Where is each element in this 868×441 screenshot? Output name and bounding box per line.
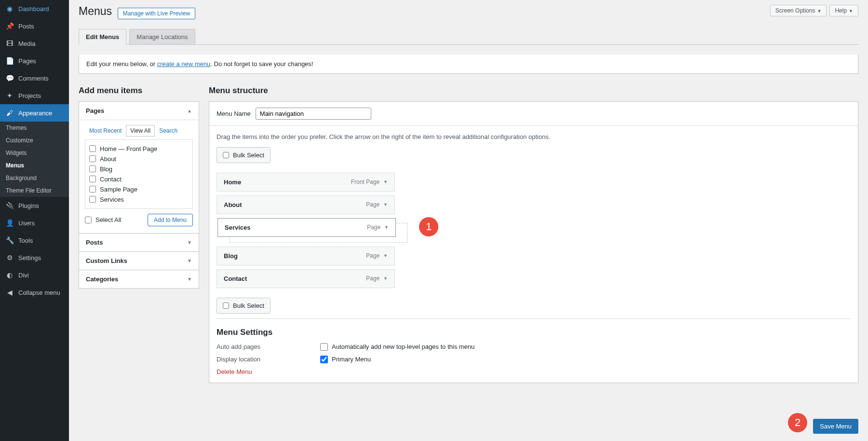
posts-accordion-head[interactable]: Posts▼ xyxy=(79,234,199,251)
sidebar-item-collapse[interactable]: ◀Collapse menu xyxy=(0,284,69,301)
users-icon: 👤 xyxy=(5,218,14,228)
menu-item-about[interactable]: About Page▼ xyxy=(217,195,395,214)
notice-post: . Do not forget to save your changes! xyxy=(210,60,313,68)
primary-menu-option[interactable]: Primary Menu xyxy=(320,356,371,363)
pages-accordion-head[interactable]: Pages ▲ xyxy=(79,102,199,120)
sidebar-sub-widgets[interactable]: Widgets xyxy=(0,147,69,159)
sidebar-item-divi[interactable]: ◐Divi xyxy=(0,266,69,284)
screen-options-button[interactable]: Screen Options▼ xyxy=(770,5,827,16)
nav-tabs: Edit Menus Manage Locations xyxy=(79,29,858,44)
menu-name-input[interactable] xyxy=(256,108,371,120)
select-all-label: Select All xyxy=(95,216,121,223)
page-check-services[interactable]: Services xyxy=(89,194,189,205)
add-items-title: Add menu items xyxy=(79,86,199,96)
live-preview-button[interactable]: Manage with Live Preview xyxy=(118,8,195,19)
sidebar-sub-background[interactable]: Background xyxy=(0,172,69,184)
pages-head-label: Pages xyxy=(86,107,104,114)
bulk-select-top[interactable]: Bulk Select xyxy=(217,147,271,163)
page-checkbox[interactable] xyxy=(89,155,96,162)
page-checkbox[interactable] xyxy=(89,186,96,193)
select-all-checkbox[interactable] xyxy=(85,217,92,223)
sidebar-item-pages[interactable]: 📄Pages xyxy=(0,52,69,69)
chevron-down-icon[interactable]: ▼ xyxy=(383,179,388,184)
page-checkbox[interactable] xyxy=(89,176,96,182)
chevron-down-icon[interactable]: ▼ xyxy=(383,202,388,207)
auto-add-checkbox[interactable] xyxy=(320,343,328,351)
auto-add-option[interactable]: Automatically add new top-level pages to… xyxy=(320,343,475,351)
sidebar-item-tools[interactable]: 🔧Tools xyxy=(0,232,69,249)
custom-links-accordion-head[interactable]: Custom Links▼ xyxy=(79,252,199,270)
menu-item-services[interactable]: Services Page▼ xyxy=(217,218,396,237)
chevron-down-icon[interactable]: ▼ xyxy=(384,225,389,230)
bulk-label: Bulk Select xyxy=(233,302,264,309)
sidebar-item-comments[interactable]: 💬Comments xyxy=(0,69,69,87)
sidebar-sub-theme-editor[interactable]: Theme File Editor xyxy=(0,184,69,197)
page-check-label: Services xyxy=(100,196,124,203)
page-checkbox[interactable] xyxy=(89,196,96,203)
sidebar-sub-themes[interactable]: Themes xyxy=(0,122,69,134)
page-check-contact[interactable]: Contact xyxy=(89,174,189,184)
page-check-about[interactable]: About xyxy=(89,154,189,164)
delete-menu-link[interactable]: Delete Menu xyxy=(217,368,252,375)
menu-item-home[interactable]: Home Front Page▼ xyxy=(217,173,395,192)
chevron-down-icon[interactable]: ▼ xyxy=(383,253,388,258)
sidebar-label-posts: Posts xyxy=(18,23,34,30)
plugins-icon: 🔌 xyxy=(5,201,14,210)
sidebar-sub-menus[interactable]: Menus xyxy=(0,159,69,172)
appearance-icon: 🖌 xyxy=(5,108,14,118)
caret-up-icon: ▲ xyxy=(187,108,192,113)
sidebar-label-comments: Comments xyxy=(18,75,49,82)
sidebar-item-settings[interactable]: ⚙Settings xyxy=(0,249,69,266)
edit-notice: Edit your menu below, or create a new me… xyxy=(79,55,858,74)
subtab-viewall[interactable]: View All xyxy=(126,125,155,137)
sidebar-item-users[interactable]: 👤Users xyxy=(0,214,69,232)
menu-item-blog[interactable]: Blog Page▼ xyxy=(217,247,395,265)
sidebar-label-users: Users xyxy=(18,220,35,227)
settings-icon: ⚙ xyxy=(5,253,14,262)
page-check-home[interactable]: Home — Front Page xyxy=(89,144,189,154)
sidebar-item-media[interactable]: 🎞Media xyxy=(0,35,69,52)
page-checkbox[interactable] xyxy=(89,145,96,152)
mi-type: Page xyxy=(366,201,380,208)
help-button[interactable]: Help▼ xyxy=(829,5,858,16)
select-all[interactable]: Select All xyxy=(85,215,121,225)
save-menu-button[interactable]: Save Menu xyxy=(813,419,858,434)
sidebar-label-divi: Divi xyxy=(18,272,29,279)
subtab-search[interactable]: Search xyxy=(155,125,182,137)
create-menu-link[interactable]: create a new menu xyxy=(157,60,211,68)
sidebar-item-dashboard[interactable]: ◉Dashboard xyxy=(0,0,69,17)
page-title: Menus xyxy=(79,5,112,18)
dashboard-icon: ◉ xyxy=(5,4,14,14)
page-check-label: Contact xyxy=(100,176,122,183)
mi-type: Page xyxy=(367,224,380,231)
page-check-blog[interactable]: Blog xyxy=(89,164,189,174)
sidebar-item-appearance[interactable]: 🖌Appearance xyxy=(0,104,69,122)
sidebar-label-media: Media xyxy=(18,40,35,47)
add-to-menu-button[interactable]: Add to Menu xyxy=(148,214,193,226)
page-check-sample[interactable]: Sample Page xyxy=(89,184,189,194)
tab-edit-menus[interactable]: Edit Menus xyxy=(79,29,126,45)
primary-menu-checkbox[interactable] xyxy=(320,356,328,363)
chevron-down-icon[interactable]: ▼ xyxy=(383,276,388,281)
page-check-label: Sample Page xyxy=(100,186,137,193)
bulk-checkbox[interactable] xyxy=(223,303,229,309)
mi-label: Services xyxy=(225,224,251,231)
projects-icon: ✦ xyxy=(5,91,14,100)
categories-head-label: Categories xyxy=(86,276,118,283)
sidebar-item-plugins[interactable]: 🔌Plugins xyxy=(0,197,69,214)
menu-item-contact[interactable]: Contact Page▼ xyxy=(217,269,395,288)
annotation-1: 1 xyxy=(419,217,438,236)
sidebar-item-posts[interactable]: 📌Posts xyxy=(0,17,69,35)
comments-icon: 💬 xyxy=(5,73,14,83)
sidebar-submenu: Themes Customize Widgets Menus Backgroun… xyxy=(0,122,69,197)
sidebar-item-projects[interactable]: ✦Projects xyxy=(0,87,69,104)
bulk-select-bottom[interactable]: Bulk Select xyxy=(217,298,271,314)
bulk-checkbox[interactable] xyxy=(223,152,229,158)
page-check-label: Home — Front Page xyxy=(100,145,157,152)
subtab-recent[interactable]: Most Recent xyxy=(85,125,126,137)
categories-accordion-head[interactable]: Categories▼ xyxy=(79,270,199,288)
tab-manage-locations[interactable]: Manage Locations xyxy=(129,29,195,45)
page-checkbox[interactable] xyxy=(89,165,96,172)
sidebar-sub-customize[interactable]: Customize xyxy=(0,134,69,147)
tools-icon: 🔧 xyxy=(5,235,14,245)
